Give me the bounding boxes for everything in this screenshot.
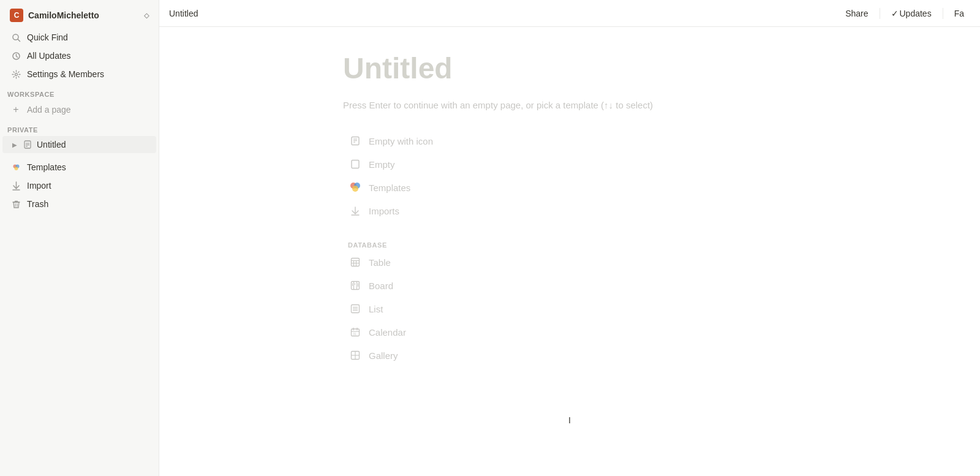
board-icon [348, 278, 363, 293]
sidebar-item-label: Trash [27, 199, 48, 209]
option-label: Board [369, 281, 393, 291]
page-title[interactable]: Untitled [343, 51, 796, 85]
option-table[interactable]: Table [343, 251, 796, 273]
templates-icon [10, 161, 22, 173]
sidebar-item-settings-members[interactable]: Settings & Members [2, 65, 156, 83]
empty-icon [348, 157, 363, 172]
sidebar-bottom: Templates Import [0, 158, 159, 213]
cursor-char: I [568, 415, 571, 425]
option-label: Calendar [369, 327, 406, 338]
sidebar-item-import[interactable]: Import [2, 176, 156, 195]
topbar-divider [880, 8, 880, 19]
option-label: Templates [369, 183, 410, 193]
workspace-chevron-icon: ◇ [144, 12, 149, 20]
option-imports[interactable]: Imports [343, 200, 796, 222]
calendar-icon: 31 [348, 325, 363, 339]
trash-icon [10, 198, 22, 210]
option-list[interactable]: List [343, 298, 796, 320]
share-button[interactable]: Share [839, 6, 874, 21]
sidebar-item-label: All Updates [27, 51, 71, 61]
option-label: Gallery [369, 350, 398, 361]
private-section-label: PRIVATE [0, 119, 159, 136]
svg-rect-36 [358, 283, 358, 287]
svg-point-3 [15, 73, 17, 75]
sidebar-item-label: Settings & Members [27, 69, 104, 79]
sidebar-item-untitled[interactable]: ▶ Untitled [2, 136, 156, 153]
svg-rect-20 [352, 161, 359, 168]
gear-icon [10, 68, 22, 80]
download-icon [10, 179, 22, 192]
option-empty-with-icon[interactable]: Empty with icon [343, 130, 796, 152]
imports-icon [348, 203, 363, 218]
workspace-section-label: WORKSPACE [0, 83, 159, 100]
svg-rect-34 [352, 283, 353, 286]
svg-rect-26 [352, 259, 360, 266]
section-divider [343, 222, 796, 234]
database-options: Table Board [343, 251, 796, 366]
sidebar-item-quick-find[interactable]: Quick Find [2, 28, 156, 47]
sidebar-item-trash[interactable]: Trash [2, 195, 156, 213]
svg-text:31: 31 [353, 332, 356, 336]
option-calendar[interactable]: 31 Calendar [343, 321, 796, 343]
option-label: Imports [369, 206, 399, 216]
option-templates[interactable]: Templates [343, 176, 796, 198]
database-section-label: DATABASE [343, 239, 796, 251]
sidebar-item-label: Import [27, 181, 51, 191]
sidebar-item-label: Quick Find [27, 32, 68, 42]
editor-area[interactable]: Untitled Press Enter to continue with an… [294, 27, 845, 476]
list-icon [348, 301, 363, 316]
gallery-icon [348, 348, 363, 363]
option-label: Empty with icon [369, 136, 433, 146]
option-label: Table [369, 257, 391, 268]
main-content: Untitled Press Enter to continue with an… [159, 27, 980, 476]
sidebar-item-all-updates[interactable]: All Updates [2, 47, 156, 65]
search-icon [10, 31, 22, 43]
updates-button[interactable]: ✓ Updates [885, 6, 938, 21]
workspace-icon: C [10, 9, 23, 22]
expand-icon: ▶ [10, 140, 20, 149]
option-empty[interactable]: Empty [343, 153, 796, 175]
add-page-label: Add a page [27, 105, 71, 115]
cursor-indicator: I [343, 415, 796, 425]
topbar-divider-2 [943, 8, 943, 19]
workspace-name: CamiloMicheletto [28, 10, 144, 20]
sidebar: C CamiloMicheletto ◇ Quick Find All Upda… [0, 0, 159, 476]
svg-line-1 [18, 39, 20, 42]
svg-rect-35 [355, 283, 355, 285]
add-page-button[interactable]: + Add a page [2, 100, 156, 119]
plus-icon: + [10, 104, 22, 116]
option-label: List [369, 304, 383, 314]
svg-point-10 [14, 167, 18, 170]
option-label: Empty [369, 159, 395, 170]
page-item-label: Untitled [37, 140, 66, 149]
option-board[interactable]: Board [343, 274, 796, 297]
table-icon [348, 255, 363, 270]
templates-colored-icon [348, 180, 363, 195]
favorite-button[interactable]: Fa [948, 6, 970, 21]
template-options: Empty with icon Empty [343, 130, 796, 222]
check-icon: ✓ [891, 9, 899, 18]
svg-point-23 [352, 186, 358, 192]
topbar-page-title: Untitled [169, 9, 839, 18]
document-icon [22, 139, 33, 150]
sidebar-item-templates[interactable]: Templates [2, 158, 156, 176]
topbar-actions: Share ✓ Updates Fa [839, 6, 970, 21]
clock-icon [10, 50, 22, 62]
sidebar-item-label: Templates [27, 162, 66, 172]
option-gallery[interactable]: Gallery [343, 344, 796, 366]
page-subtitle: Press Enter to continue with an empty pa… [343, 100, 796, 110]
empty-with-icon-icon [348, 134, 363, 148]
topbar: Untitled Share ✓ Updates Fa [159, 0, 980, 27]
workspace-header[interactable]: C CamiloMicheletto ◇ [2, 5, 156, 26]
